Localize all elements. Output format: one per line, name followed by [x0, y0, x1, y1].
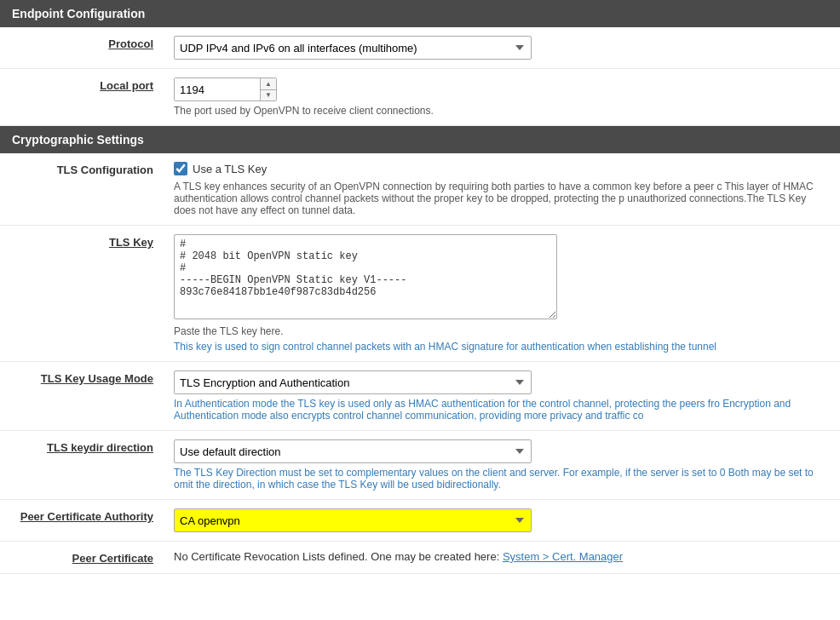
endpoint-section-title: Endpoint Configuration — [12, 7, 145, 20]
peer-ca-row: Peer Certificate Authority CA openvpn — [0, 500, 840, 542]
localport-down-arrow[interactable]: ▼ — [261, 90, 276, 101]
crypto-section-header: Cryptographic Settings — [0, 126, 840, 153]
tls-usage-select[interactable]: TLS Encryption and Authentication — [174, 370, 532, 394]
crypto-section-title: Cryptographic Settings — [12, 133, 144, 146]
localport-label[interactable]: Local port — [100, 79, 153, 92]
tls-key-hint2: This key is used to sign control channel… — [174, 341, 828, 353]
peer-cert-row: Peer Certificate No Certificate Revocati… — [0, 542, 840, 574]
peer-cert-label[interactable]: Peer Certificate — [72, 552, 153, 565]
tls-keydir-label[interactable]: TLS keydir direction — [47, 441, 153, 454]
protocol-select[interactable]: UDP IPv4 and IPv6 on all interfaces (mul… — [174, 36, 532, 60]
endpoint-config-table: Protocol UDP IPv4 and IPv6 on all interf… — [0, 27, 840, 126]
peer-ca-label[interactable]: Peer Certificate Authority — [20, 510, 153, 523]
localport-spinner: ▲ ▼ — [174, 78, 277, 101]
protocol-label[interactable]: Protocol — [108, 37, 153, 50]
tls-key-label[interactable]: TLS Key — [109, 236, 153, 249]
peer-ca-select[interactable]: CA openvpn — [174, 508, 532, 532]
tls-description: A TLS key enhances security of an OpenVP… — [174, 181, 828, 216]
crypto-config-table: TLS Configuration Use a TLS Key A TLS ke… — [0, 153, 840, 574]
tls-key-textarea[interactable] — [174, 234, 557, 319]
tls-checkbox-label: Use a TLS Key — [193, 163, 267, 175]
tls-usage-label[interactable]: TLS Key Usage Mode — [41, 372, 153, 385]
tls-keydir-hint: The TLS Key Direction must be set to com… — [174, 467, 828, 491]
tls-checkbox-row: Use a TLS Key — [174, 162, 828, 175]
peer-cert-text: No Certificate Revocation Lists defined.… — [174, 550, 503, 563]
tls-key-row: TLS Key Paste the TLS key here. This key… — [0, 226, 840, 362]
tls-keydir-row: TLS keydir direction Use default directi… — [0, 431, 840, 500]
localport-input[interactable] — [175, 78, 260, 100]
tls-config-label: TLS Configuration — [57, 164, 153, 176]
tls-use-key-checkbox[interactable] — [174, 162, 187, 175]
endpoint-section-header: Endpoint Configuration — [0, 0, 840, 27]
protocol-row: Protocol UDP IPv4 and IPv6 on all interf… — [0, 27, 840, 69]
tls-keydir-select[interactable]: Use default direction — [174, 439, 532, 463]
localport-up-arrow[interactable]: ▲ — [261, 78, 276, 90]
localport-hint: The port used by OpenVPN to receive clie… — [174, 105, 828, 117]
tls-usage-hint: In Authentication mode the TLS key is us… — [174, 398, 828, 422]
localport-row: Local port ▲ ▼ The port used by OpenVPN … — [0, 69, 840, 126]
tls-usage-row: TLS Key Usage Mode TLS Encryption and Au… — [0, 362, 840, 431]
tls-key-hint1: Paste the TLS key here. — [174, 325, 828, 337]
peer-cert-link[interactable]: System > Cert. Manager — [503, 550, 623, 563]
tls-config-row: TLS Configuration Use a TLS Key A TLS ke… — [0, 153, 840, 226]
